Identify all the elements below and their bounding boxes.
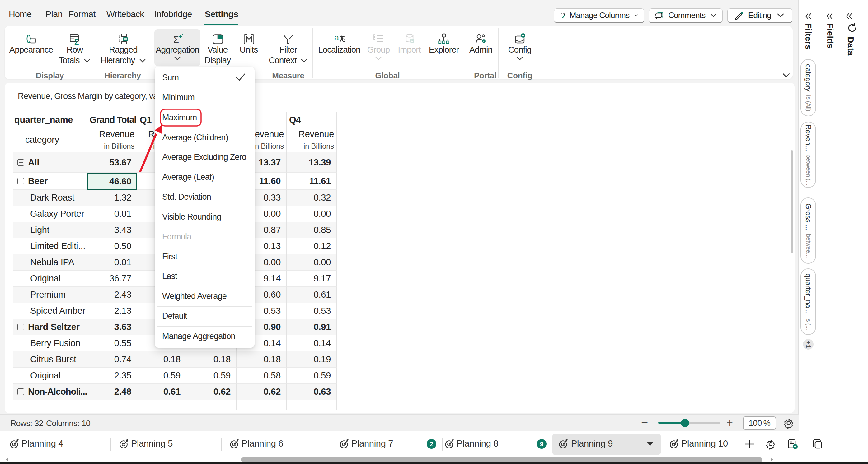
svg-text:a: a — [334, 33, 339, 42]
svg-text:Σ: Σ — [173, 35, 179, 44]
svg-text:Σ: Σ — [74, 38, 79, 45]
